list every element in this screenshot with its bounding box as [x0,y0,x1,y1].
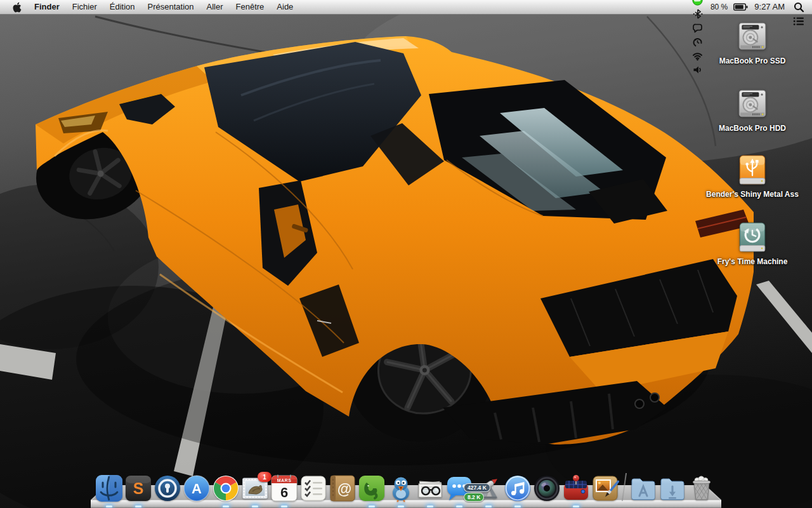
bluetooth-icon[interactable] [690,7,706,21]
dock-mail[interactable]: 1 [241,474,269,502]
dock-trash-full[interactable] [688,474,716,502]
menu-bar-right: 80 % 9:27 AM [690,0,812,77]
desktop-icon-label: MacBook Pro HDD [719,124,786,133]
running-indicator [573,505,579,508]
apple-menu[interactable] [10,2,28,13]
svg-text:S: S [133,479,144,497]
dock: SA1MARS6@427.4 K8.2 K [91,467,721,508]
internal-drive-icon [735,88,769,122]
battery-icon[interactable] [732,0,749,14]
menu-clock[interactable]: 9:27 AM [750,0,789,14]
spotlight-icon[interactable] [790,0,807,14]
menu-fen-tre[interactable]: Fenêtre [230,2,271,11]
dock-itunes[interactable] [504,474,532,502]
desktop-icon-label: Bender's Shiny Metal Ass [706,190,799,199]
network-download-badge: 8.2 K [464,493,484,502]
running-indicator [223,505,229,508]
dock-camera-lens-app[interactable] [533,474,561,502]
time-machine-drive-icon [735,221,769,255]
running-indicator [106,505,112,508]
running-indicator [398,505,404,508]
desktop: FinderFichierÉditionPrésentationAllerFen… [0,0,812,508]
menu-pr-sentation[interactable]: Présentation [141,2,200,11]
dock-finder[interactable] [95,474,123,502]
running-indicator [281,505,287,508]
svg-text:A: A [192,481,202,497]
menu-fichier[interactable]: Fichier [66,2,103,11]
notification-center-icon[interactable] [790,14,807,28]
running-indicator [135,505,141,508]
dock-joystick-app[interactable] [562,474,590,502]
dock-network-monitor[interactable]: 427.4 K8.2 K [475,474,502,502]
dock-evernote[interactable] [358,474,386,502]
desktop-icon-bender-s-shiny-metal-ass[interactable]: Bender's Shiny Metal Ass [698,154,806,199]
menu-aller[interactable]: Aller [200,2,230,11]
dock-photo-editor-app[interactable] [591,474,619,502]
apple-logo-icon [13,2,22,13]
running-indicator [369,505,375,508]
dock-chrome[interactable] [212,474,240,502]
running-indicator [514,505,521,508]
dock-reeder[interactable] [416,474,444,502]
dock-1password[interactable] [154,474,181,502]
time-machine-icon[interactable] [690,35,706,49]
dock-sublime-text[interactable]: S [124,474,152,502]
svg-text:6: 6 [280,485,288,500]
svg-text:@: @ [337,481,351,497]
dock-twitterrific[interactable] [387,474,415,502]
network-upload-badge: 427.4 K [464,483,490,492]
menu-dition[interactable]: Édition [103,2,141,11]
running-indicator [252,505,258,508]
dock-reminders[interactable] [299,474,327,502]
dock-downloads-folder[interactable] [658,474,686,502]
running-indicator [427,505,433,508]
volume-icon[interactable] [690,63,706,77]
running-indicator [485,505,492,508]
menu-bar-left: FinderFichierÉditionPrésentationAllerFen… [0,0,299,14]
dock-calendar[interactable]: MARS6 [270,474,298,502]
chat-bubble-icon[interactable] [690,21,706,35]
menu-aide[interactable]: Aide [270,2,299,11]
dock-applications-folder[interactable] [629,474,657,502]
dock-divider[interactable] [622,473,627,501]
wifi-icon[interactable] [690,49,706,63]
menu-bar: FinderFichierÉditionPrésentationAllerFen… [0,0,812,15]
dock-contacts[interactable]: @ [329,474,357,502]
dock-app-store[interactable]: A [183,474,211,502]
running-indicator [456,505,462,508]
desktop-icon-macbook-pro-hdd[interactable]: MacBook Pro HDD [698,88,806,133]
badge-count: 1 [258,472,272,482]
menu-finder[interactable]: Finder [28,2,66,11]
desktop-icon-label: Fry's Time Machine [717,257,788,266]
cloud-sync-icon[interactable] [690,0,706,7]
svg-text:MARS: MARS [277,478,292,483]
desktop-icon-fry-s-time-machine[interactable]: Fry's Time Machine [698,221,806,266]
usb-drive-orange-icon [735,154,769,188]
battery-percent[interactable]: 80 % [707,0,731,14]
